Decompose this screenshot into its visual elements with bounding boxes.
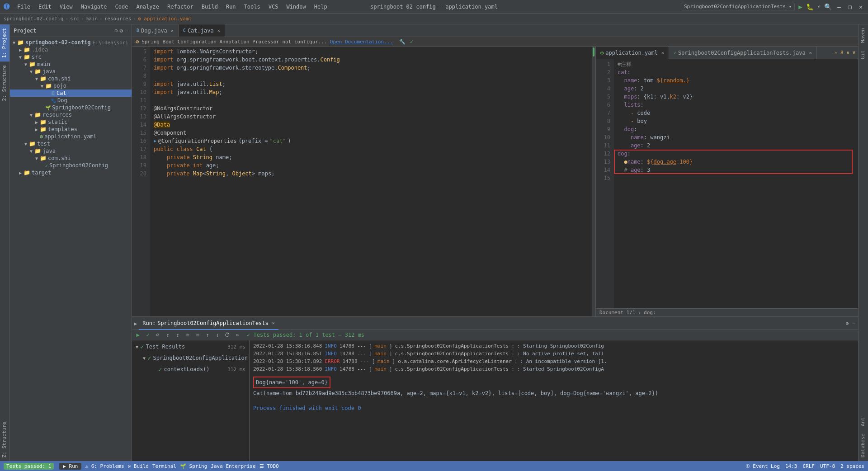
problems-btn[interactable]: ⚠ 6: Problems bbox=[85, 463, 124, 469]
stop-btn[interactable]: ⊘ bbox=[154, 331, 162, 339]
tree-item-dog[interactable]: 🐾 Dog bbox=[10, 97, 132, 104]
terminal-btn[interactable]: Terminal bbox=[152, 463, 176, 469]
breadcrumb-src[interactable]: src bbox=[70, 16, 79, 22]
left-scrollbar[interactable] bbox=[592, 47, 595, 316]
tree-item-src[interactable]: ▼ 📁 src bbox=[10, 53, 132, 61]
run-tab[interactable]: Run: Springboot02ConfigApplicationTests … bbox=[139, 317, 278, 330]
vtab-git[interactable]: Git bbox=[859, 47, 868, 63]
tree-item-pojo[interactable]: ▼ 📁 pojo bbox=[10, 82, 132, 89]
vtab-database[interactable]: Database bbox=[859, 430, 867, 461]
settings-icon[interactable]: ⚙ bbox=[845, 320, 850, 327]
sidebar-settings-icon[interactable]: ⚙ bbox=[120, 28, 123, 34]
tree-item-java[interactable]: ▼ 📁 java bbox=[10, 68, 132, 75]
tab-cat-java[interactable]: C Cat.java ✕ bbox=[179, 24, 225, 37]
menu-view[interactable]: View bbox=[56, 3, 76, 11]
sort2-btn[interactable]: ↕ bbox=[174, 331, 182, 339]
menu-refactor[interactable]: Refactor bbox=[164, 3, 197, 11]
java-enterprise-btn[interactable]: Java Enterprise bbox=[211, 463, 255, 469]
coverage-btn[interactable]: ⚡ bbox=[817, 4, 821, 10]
run-bottom-btn[interactable]: ▶ Run bbox=[59, 463, 81, 470]
test-item-context[interactable]: ✓ contextLoads() 312 ms bbox=[132, 365, 249, 374]
test-tree: ▼ ✓ Test Results 312 ms ▼ ✓ Springboot02… bbox=[132, 340, 250, 461]
tab-appyaml[interactable]: ⚙ application.yaml ✕ bbox=[596, 47, 669, 59]
tree-item-test[interactable]: ▼ 📁 test bbox=[10, 140, 132, 147]
menu-navigate[interactable]: Navigate bbox=[77, 3, 111, 11]
left-code-content[interactable]: import lombok.NoArgsConstructor; import … bbox=[150, 47, 592, 316]
tree-item-target[interactable]: ▶ 📁 target bbox=[10, 169, 132, 176]
warning-dismiss-btn[interactable]: ✓ bbox=[410, 38, 413, 45]
run-btn[interactable]: ▶ bbox=[798, 3, 802, 10]
menu-window[interactable]: Window bbox=[283, 3, 309, 11]
search-everywhere-btn[interactable]: 🔍 bbox=[824, 3, 832, 10]
tree-item-com-shi[interactable]: ▼ 📁 com.shi bbox=[10, 75, 132, 82]
tab-close-cat[interactable]: ✕ bbox=[217, 28, 220, 33]
test-item-app[interactable]: ▼ ✓ Springboot02ConfigApplication' 312 m… bbox=[132, 351, 249, 365]
sort1-btn[interactable]: ↕ bbox=[164, 331, 172, 339]
tree-item-static[interactable]: ▶ 📁 static bbox=[10, 118, 132, 126]
vtab-maven[interactable]: Maven bbox=[859, 24, 868, 47]
breadcrumb-project[interactable]: springboot-02-config bbox=[4, 16, 63, 22]
rerun-btn[interactable]: ▶ bbox=[134, 331, 142, 339]
tree-item-templates[interactable]: ▶ 📁 templates bbox=[10, 126, 132, 133]
run-config-dropdown[interactable]: Springboot02ConfigApplicationTests ▾ bbox=[681, 3, 795, 10]
tree-item-tests[interactable]: ✓ Springboot02Config bbox=[10, 162, 132, 169]
close-btn[interactable]: ✕ bbox=[857, 3, 864, 10]
breadcrumb-resources[interactable]: resources bbox=[104, 16, 132, 22]
vtab-ant[interactable]: Ant bbox=[859, 414, 867, 430]
menu-analyze[interactable]: Analyze bbox=[132, 3, 163, 11]
vtab-project[interactable]: 1: Project bbox=[0, 24, 9, 61]
sidebar-collapse-icon[interactable]: — bbox=[125, 28, 128, 34]
tab-close-test[interactable]: ✕ bbox=[809, 50, 812, 55]
spring-btn[interactable]: 🌱 Spring bbox=[180, 463, 207, 469]
clock-btn[interactable]: ⏱ bbox=[223, 331, 231, 339]
menu-run[interactable]: Run bbox=[222, 3, 240, 11]
menu-vcs[interactable]: VCS bbox=[265, 3, 282, 11]
log-colon: : bbox=[514, 358, 518, 365]
menu-code[interactable]: Code bbox=[112, 3, 132, 11]
sidebar-locate-icon[interactable]: ⊕ bbox=[114, 28, 118, 34]
run-tab-close[interactable]: ✕ bbox=[272, 320, 275, 325]
tab-dog-java[interactable]: D Dog.java ✕ bbox=[132, 24, 179, 37]
build-btn[interactable]: ⚒ Build bbox=[128, 463, 149, 469]
tree-item-springbootconfig[interactable]: 🌱 Springboot02Config bbox=[10, 104, 132, 111]
menu-build[interactable]: Build bbox=[198, 3, 222, 11]
warning-settings-btn[interactable]: 🔧 bbox=[399, 39, 406, 45]
event-log-btn[interactable]: ① Event Log bbox=[745, 463, 780, 469]
vtab-z-structure[interactable]: Z: Structure bbox=[0, 418, 9, 461]
tree-item-idea[interactable]: ▶ 📁 .idea bbox=[10, 46, 132, 53]
test-item-results[interactable]: ▼ ✓ Test Results 312 ms bbox=[132, 342, 249, 351]
list2-btn[interactable]: ≡ bbox=[193, 331, 202, 339]
log-time: 2022-01-28 15:38:17.892 bbox=[253, 358, 322, 365]
breadcrumb-file[interactable]: ⚙ application.yaml bbox=[138, 16, 192, 22]
up-btn[interactable]: ↑ bbox=[203, 331, 212, 339]
down-btn[interactable]: ↓ bbox=[213, 331, 222, 339]
maximize-btn[interactable]: ❐ bbox=[846, 3, 854, 10]
yaml-code-content[interactable]: #注释 cat: name: tom ${random.} age: 2 map… bbox=[614, 59, 858, 308]
menu-tools[interactable]: Tools bbox=[241, 3, 264, 11]
menu-help[interactable]: Help bbox=[311, 3, 331, 11]
java-file-icon: C bbox=[183, 28, 186, 33]
todo-btn[interactable]: ☰ TODO bbox=[259, 463, 279, 469]
tree-item-resources[interactable]: ▼ 📁 resources bbox=[10, 111, 132, 118]
list1-btn[interactable]: ≡ bbox=[184, 331, 192, 339]
tree-item-root[interactable]: ▼ 📁 springboot-02-config E:\idea\spri bbox=[10, 39, 132, 46]
debug-btn[interactable]: 🐛 bbox=[806, 3, 814, 10]
menu-edit[interactable]: Edit bbox=[35, 3, 55, 11]
tab-close-yaml[interactable]: ✕ bbox=[661, 50, 664, 55]
tree-item-test-java[interactable]: ▼ 📁 java bbox=[10, 147, 132, 155]
warning-link[interactable]: Open Documentation... bbox=[330, 39, 393, 45]
menu-file[interactable]: File bbox=[14, 3, 34, 11]
breadcrumb-main[interactable]: main bbox=[86, 16, 98, 22]
log-level: INFO bbox=[325, 350, 337, 358]
tree-item-main[interactable]: ▼ 📁 main bbox=[10, 61, 132, 68]
more-btn[interactable]: » bbox=[233, 331, 241, 339]
tree-item-cat[interactable]: C Cat bbox=[10, 89, 132, 97]
minimize-btn[interactable]: — bbox=[835, 3, 843, 10]
pin-icon[interactable]: — bbox=[851, 320, 856, 327]
tab-springboottest[interactable]: ✓ Springboot02ConfigApplicationTests.jav… bbox=[669, 47, 817, 59]
tree-item-test-com-shi[interactable]: ▼ 📁 com.shi bbox=[10, 155, 132, 162]
vtab-structure[interactable]: 2: Structure bbox=[0, 61, 9, 104]
tree-item-appyaml[interactable]: ⚙ application.yaml bbox=[10, 133, 132, 140]
check-btn[interactable]: ✓ bbox=[144, 331, 152, 339]
tab-close-dog[interactable]: ✕ bbox=[171, 28, 174, 33]
